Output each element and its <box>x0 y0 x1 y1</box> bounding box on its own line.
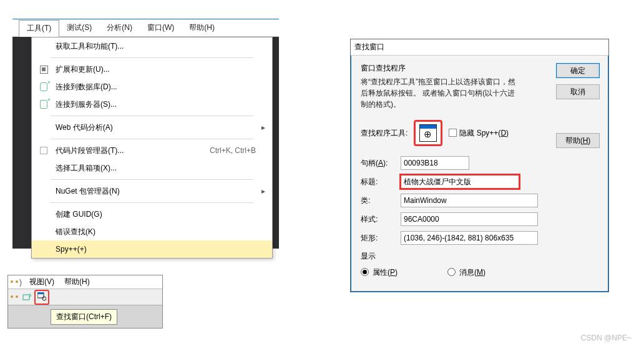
hide-spy-checkbox[interactable]: 隐藏 Spy++(D) <box>449 127 509 139</box>
radio-messages[interactable]: 消息(M) <box>447 267 485 278</box>
spyxx-toolbar <box>8 289 162 305</box>
svg-rect-2 <box>37 292 44 294</box>
menu-window[interactable]: 窗口(W) <box>140 20 182 36</box>
svg-point-3 <box>42 297 46 300</box>
tools-dropdown: 获取工具和功能(T)...扩展和更新(U)...连接到数据库(D)...连接到服… <box>31 37 273 259</box>
menu-item-label: 代码片段管理器(T)... <box>51 146 206 156</box>
gear-icon <box>11 295 18 299</box>
menu-item-label: Web 代码分析(A) <box>51 122 252 133</box>
menu-item-label: 连接到服务器(S)... <box>51 99 252 110</box>
menu-help-2[interactable]: 帮助(H) <box>59 275 95 289</box>
menu-item-icon <box>37 66 51 74</box>
checkbox-icon <box>449 129 457 137</box>
menu-item-label: 扩展和更新(U)... <box>51 64 252 75</box>
menu-item[interactable]: 连接到服务器(S)... <box>32 96 272 113</box>
menu-item-label: Spy++(+) <box>51 245 252 254</box>
handle-label: 句柄(A): <box>361 158 396 169</box>
dialog-title: 查找窗口 <box>354 42 384 52</box>
vs-window: 工具(T) 测试(S) 分析(N) 窗口(W) 帮助(H) 获取工具和功能(T)… <box>12 19 279 249</box>
finder-tool[interactable] <box>419 124 437 142</box>
menu-item[interactable]: 连接到数据库(D)... <box>32 78 272 96</box>
menu-item[interactable]: 选择工具箱项(X)... <box>32 159 272 177</box>
refresh-icon[interactable] <box>22 292 32 302</box>
menu-item-icon <box>37 147 51 154</box>
separator <box>51 116 253 116</box>
dialog-desc: 将“查找程序工具”拖至窗口上以选择该窗口，然后释放鼠标按钮。 或者输入窗口句柄(… <box>361 76 520 110</box>
menu-item[interactable]: 获取工具和功能(T)... <box>32 37 272 55</box>
watermark: CSDN @NPE~ <box>581 334 632 342</box>
menu-test[interactable]: 测试(S) <box>59 20 99 36</box>
handle-input[interactable] <box>401 156 469 170</box>
find-window-dialog: 查找窗口 确定 取消 帮助(H) 窗口查找程序 将“查找程序工具”拖至窗口上以选… <box>350 39 609 292</box>
menu-item[interactable]: 扩展和更新(U)... <box>32 61 272 78</box>
menu-item-label: 创建 GUID(G) <box>51 209 252 220</box>
menu-item-label: 选择工具箱项(X)... <box>51 163 252 174</box>
menu-item-shortcut: Ctrl+K, Ctrl+B <box>206 146 260 155</box>
ok-button[interactable]: 确定 <box>556 63 600 78</box>
dialog-side-buttons: 确定 取消 帮助(H) <box>556 63 600 148</box>
finder-label: 查找程序工具: <box>361 128 407 139</box>
class-label: 类: <box>361 195 396 206</box>
submenu-arrow-icon: ▸ <box>260 123 267 132</box>
class-input[interactable] <box>401 194 538 207</box>
spyxx-menubar: ) 视图(V) 帮助(H) <box>8 275 162 289</box>
separator <box>51 179 253 180</box>
menu-item-label: 错误查找(K) <box>51 227 252 237</box>
gear-icon <box>11 280 18 284</box>
menu-item[interactable]: Web 代码分析(A)▸ <box>32 119 272 136</box>
tooltip: 查找窗口(Ctrl+F) <box>51 309 117 325</box>
finder-tool-highlight <box>414 120 442 146</box>
cancel-button[interactable]: 取消 <box>556 84 600 99</box>
style-label: 样式: <box>361 214 396 225</box>
menu-item-label: NuGet 包管理器(N) <box>51 186 252 197</box>
spyxx-toolbar-window: ) 视图(V) 帮助(H) 查找窗口(Ctrl+F) <box>7 275 163 329</box>
radio-icon <box>361 268 369 276</box>
help-button[interactable]: 帮助(H) <box>556 133 600 148</box>
menu-item[interactable]: 创建 GUID(G) <box>32 205 272 223</box>
rect-label: 矩形: <box>361 233 396 244</box>
caption-label: 标题: <box>361 177 396 187</box>
style-input[interactable] <box>401 212 538 226</box>
radio-properties[interactable]: 属性(P) <box>361 267 398 278</box>
dialog-titlebar: 查找窗口 <box>351 39 608 56</box>
menu-analyze[interactable]: 分析(N) <box>99 20 140 36</box>
main-menubar: 工具(T) 测试(S) 分析(N) 窗口(W) 帮助(H) <box>12 19 279 37</box>
rect-input[interactable] <box>401 231 538 245</box>
menu-item[interactable]: NuGet 包管理器(N)▸ <box>32 182 272 200</box>
menu-tools[interactable]: 工具(T) <box>19 20 59 37</box>
menu-item-label: 获取工具和功能(T)... <box>51 41 252 52</box>
separator <box>51 202 253 203</box>
display-label: 显示 <box>361 251 601 262</box>
menu-item-icon <box>37 82 51 91</box>
find-window-icon[interactable] <box>37 292 47 302</box>
svg-rect-0 <box>23 295 29 300</box>
menu-item[interactable]: Spy++(+) <box>32 240 272 258</box>
menu-view[interactable]: 视图(V) <box>24 275 59 289</box>
menu-help[interactable]: 帮助(H) <box>182 20 222 36</box>
menu-item-icon <box>37 100 51 109</box>
separator <box>51 139 253 139</box>
radio-icon <box>447 268 456 276</box>
find-window-button-highlight <box>34 290 49 305</box>
caption-input[interactable] <box>401 175 519 189</box>
menu-item-label: 连接到数据库(D)... <box>51 82 252 92</box>
submenu-arrow-icon: ▸ <box>260 187 267 195</box>
separator <box>51 57 253 58</box>
menu-item[interactable]: 错误查找(K) <box>32 223 272 240</box>
menu-item[interactable]: 代码片段管理器(T)...Ctrl+K, Ctrl+B <box>32 142 272 159</box>
